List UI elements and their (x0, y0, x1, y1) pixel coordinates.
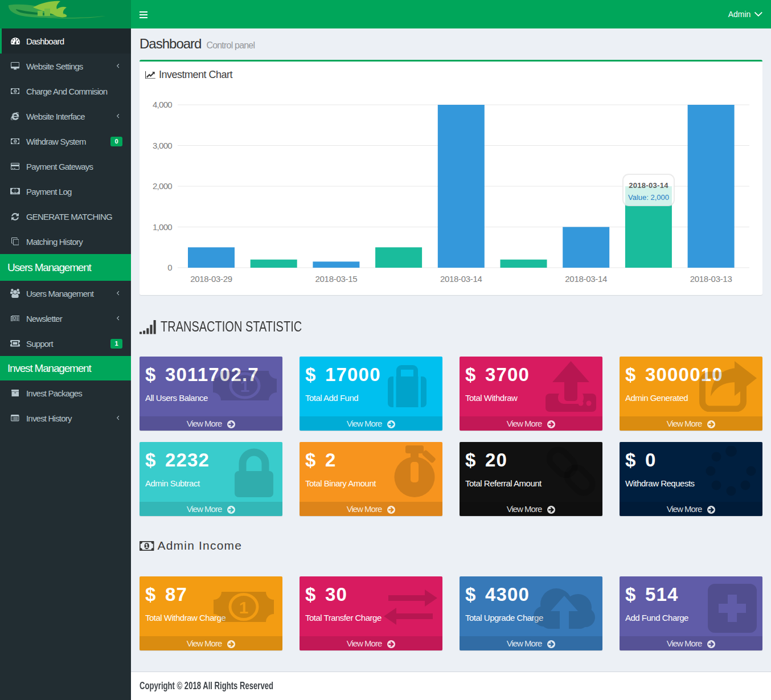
svg-text:3,000: 3,000 (153, 141, 172, 150)
svg-text:4,000: 4,000 (153, 100, 172, 109)
svg-text:2018-03-14: 2018-03-14 (440, 274, 482, 284)
svg-text:2018-03-15: 2018-03-15 (315, 274, 358, 284)
svg-text:1,000: 1,000 (153, 222, 172, 232)
svg-text:0: 0 (167, 263, 172, 272)
svg-text:Value: 2,000: Value: 2,000 (628, 193, 669, 202)
svg-text:2018-03-14: 2018-03-14 (565, 274, 607, 284)
svg-text:2,000: 2,000 (153, 181, 172, 191)
svg-text:2018-03-14: 2018-03-14 (629, 181, 669, 190)
svg-text:2018-03-29: 2018-03-29 (190, 274, 232, 284)
svg-text:2018-03-13: 2018-03-13 (690, 274, 732, 284)
